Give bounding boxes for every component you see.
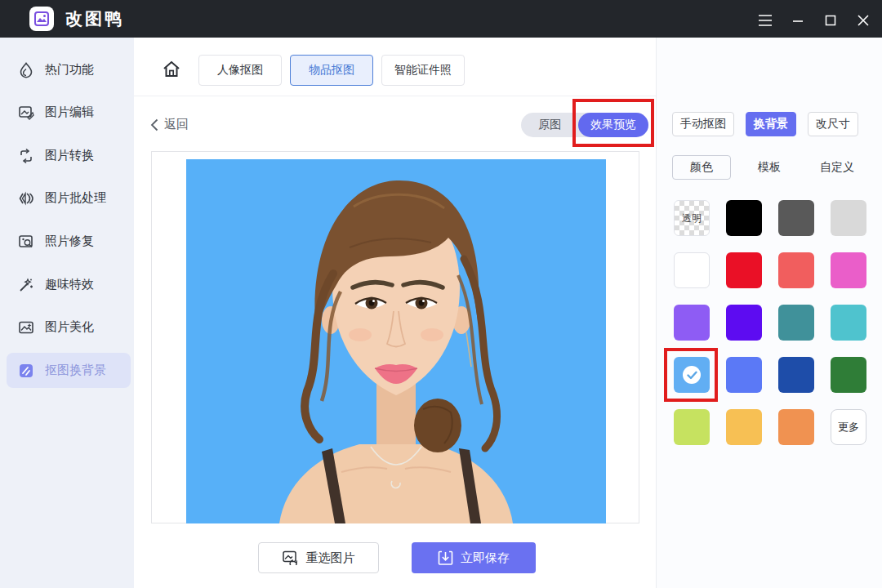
sidebar-item-hot-features[interactable]: 热门功能 [7, 52, 131, 87]
sidebar-item-photo-repair[interactable]: 照片修复 [7, 224, 131, 259]
cutout-icon [18, 363, 34, 379]
app-logo-image-icon [29, 7, 54, 31]
chevron-left-icon [150, 118, 158, 131]
mode-button-row: 手动抠图 换背景 改尺寸 [672, 112, 858, 136]
manual-cutout-button[interactable]: 手动抠图 [672, 112, 734, 136]
preview-photo-woman-portrait [186, 159, 606, 523]
app-title: 改图鸭 [65, 0, 124, 38]
tab-color[interactable]: 颜色 [672, 155, 731, 180]
maximize-icon[interactable] [819, 9, 842, 32]
transparent-swatch[interactable]: 透明 [674, 200, 710, 236]
sidebar-item-batch-process[interactable]: 图片批处理 [7, 180, 131, 216]
change-background-button[interactable]: 换背景 [746, 112, 796, 136]
sidebar-item-label: 图片编辑 [45, 105, 94, 120]
color-swatch[interactable] [726, 305, 762, 341]
color-swatch[interactable] [726, 409, 762, 445]
color-swatch[interactable] [726, 357, 762, 393]
sidebar-item-label: 照片修复 [45, 234, 94, 249]
color-swatch[interactable] [778, 305, 814, 341]
reselect-label: 重选图片 [306, 550, 355, 566]
background-panel: 手动抠图 换背景 改尺寸 颜色 模板 自定义 透明 [656, 38, 882, 588]
sidebar-item-cutout-background[interactable]: 抠图换背景 [7, 353, 131, 388]
sidebar-item-label: 图片批处理 [45, 190, 106, 206]
color-swatch[interactable] [778, 200, 814, 236]
back-button[interactable]: 返回 [150, 117, 189, 132]
color-swatch[interactable] [831, 252, 866, 288]
color-swatch[interactable] [674, 305, 710, 341]
color-swatch[interactable] [831, 305, 866, 341]
save-label: 立即保存 [461, 550, 510, 566]
image-canvas [151, 151, 639, 523]
sidebar-item-label: 图片转换 [45, 148, 94, 163]
convert-icon [18, 148, 34, 164]
app-window: 改图鸭 热门功能 图片编辑 [0, 0, 882, 588]
save-now-button[interactable]: 立即保存 [412, 542, 536, 573]
hamburger-icon[interactable] [754, 9, 777, 32]
batch-process-icon [18, 190, 34, 207]
sidebar-item-image-convert[interactable]: 图片转换 [7, 138, 131, 173]
more-colors-button[interactable]: 更多 [831, 409, 866, 445]
back-label: 返回 [164, 117, 189, 132]
reselect-image-button[interactable]: 重选图片 [258, 542, 379, 573]
image-icon [283, 550, 299, 565]
color-swatch[interactable] [674, 252, 710, 288]
check-icon [683, 366, 701, 384]
original-view-button[interactable]: 原图 [521, 113, 578, 137]
color-swatch-grid: 透明 更多 [674, 200, 866, 445]
color-swatch[interactable] [831, 357, 866, 393]
magic-wand-icon [18, 277, 34, 293]
minimize-icon[interactable] [786, 9, 809, 32]
titlebar: 改图鸭 [0, 0, 882, 38]
photo-repair-icon [18, 234, 34, 250]
tab-object-cutout[interactable]: 物品抠图 [290, 55, 373, 86]
color-swatch[interactable] [778, 409, 814, 445]
download-icon [438, 550, 453, 566]
sidebar: 热门功能 图片编辑 图片转换 [0, 38, 134, 588]
category-tab-row: 颜色 模板 自定义 [672, 155, 866, 180]
color-swatch[interactable] [726, 252, 762, 288]
image-beautify-icon [18, 319, 34, 336]
color-swatch[interactable] [674, 409, 710, 445]
effect-preview-button[interactable]: 效果预览 [578, 113, 648, 137]
tab-portrait-cutout[interactable]: 人像抠图 [198, 55, 282, 86]
flame-icon [18, 62, 34, 78]
tab-id-photo[interactable]: 智能证件照 [381, 55, 465, 86]
color-swatch[interactable] [831, 200, 866, 236]
image-edit-icon [18, 105, 34, 121]
home-icon[interactable] [160, 58, 183, 81]
sidebar-item-label: 图片美化 [45, 319, 94, 335]
color-swatch[interactable] [778, 252, 814, 288]
tab-template[interactable]: 模板 [740, 155, 799, 180]
view-toggle: 原图 效果预览 [521, 113, 648, 137]
color-swatch-selected[interactable] [674, 357, 710, 393]
tab-custom[interactable]: 自定义 [808, 155, 866, 180]
sidebar-item-fun-effects[interactable]: 趣味特效 [7, 267, 131, 302]
close-icon[interactable] [852, 9, 875, 32]
color-swatch[interactable] [778, 357, 814, 393]
color-swatch[interactable] [726, 200, 762, 236]
resize-button[interactable]: 改尺寸 [808, 112, 858, 136]
sidebar-item-image-edit[interactable]: 图片编辑 [7, 95, 131, 130]
sidebar-item-label: 抠图换背景 [45, 363, 106, 378]
sidebar-item-label: 趣味特效 [45, 277, 94, 292]
sidebar-item-image-beautify[interactable]: 图片美化 [7, 310, 131, 345]
sidebar-item-label: 热门功能 [45, 62, 94, 78]
